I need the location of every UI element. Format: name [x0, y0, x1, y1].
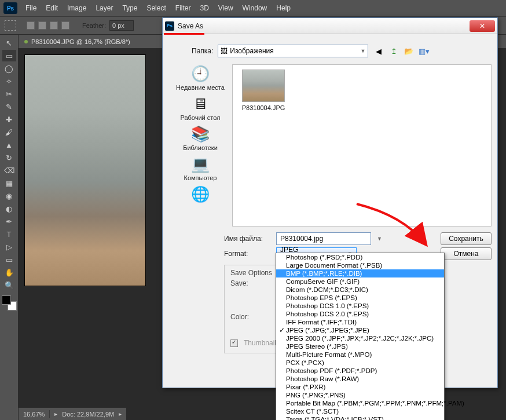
lasso-tool[interactable]: ◯: [2, 63, 16, 74]
path-selection-tool[interactable]: ▷: [2, 241, 16, 253]
format-option[interactable]: Photoshop DCS 1.0 (*.EPS): [276, 302, 444, 310]
place-libraries[interactable]: 📚 Библиотеки: [183, 125, 218, 151]
hand-tool[interactable]: ✋: [2, 266, 16, 278]
format-option[interactable]: Scitex CT (*.SCT): [276, 407, 444, 415]
eyedropper-tool[interactable]: ✎: [2, 101, 16, 112]
format-option[interactable]: Photoshop DCS 2.0 (*.EPS): [276, 310, 444, 318]
app-menubar: Ps File Edit Image Layer Type Select Fil…: [0, 0, 506, 16]
shape-tool[interactable]: ▭: [2, 254, 16, 265]
filename-label: Имя файла:: [224, 235, 270, 243]
place-recent[interactable]: 🕘 Недавние места: [176, 64, 225, 91]
foreground-color-icon[interactable]: [2, 295, 11, 305]
format-option[interactable]: IFF Format (*.IFF;*.TDI): [276, 318, 444, 326]
folder-label: Папка:: [192, 47, 213, 55]
eraser-tool[interactable]: ⌫: [2, 165, 16, 176]
menu-window[interactable]: Window: [238, 4, 272, 12]
place-label: Рабочий стол: [180, 114, 220, 121]
status-menu-icon[interactable]: ▸: [119, 411, 122, 417]
save-button[interactable]: Сохранить: [441, 232, 492, 245]
format-option[interactable]: Targa (*.TGA;*.VDA;*.ICB;*.VST): [276, 415, 444, 420]
save-sublabel: Save:: [230, 279, 283, 287]
dialog-titlebar[interactable]: Ps Save As: [163, 18, 497, 34]
place-computer[interactable]: 💻 Компьютер: [184, 155, 217, 181]
close-button[interactable]: [470, 20, 495, 32]
zoom-tool[interactable]: 🔍: [2, 279, 16, 291]
format-option[interactable]: BMP (*.BMP;*.RLE;*.DIB): [276, 269, 444, 277]
marquee-tool-icon[interactable]: [5, 20, 16, 31]
color-swatch[interactable]: [2, 295, 17, 311]
dialog-app-icon: Ps: [165, 21, 174, 31]
place-label: Библиотеки: [183, 144, 218, 151]
place-network[interactable]: 🌐: [190, 185, 211, 203]
type-tool[interactable]: T: [2, 228, 16, 240]
filename-input[interactable]: [276, 232, 371, 245]
history-brush-tool[interactable]: ↻: [2, 152, 16, 163]
view-menu-icon[interactable]: ▥▾: [418, 45, 430, 57]
menu-type[interactable]: Type: [118, 4, 142, 12]
format-option[interactable]: Photoshop (*.PSD;*.PDD): [276, 253, 444, 261]
status-caret-icon[interactable]: ▸: [54, 411, 57, 417]
crop-tool[interactable]: ✂: [2, 88, 16, 100]
format-option[interactable]: Photoshop Raw (*.RAW): [276, 375, 444, 383]
menu-help[interactable]: Help: [272, 4, 295, 12]
zoom-level[interactable]: 16,67%: [23, 411, 45, 418]
color-sublabel: Color:: [230, 313, 283, 321]
selection-mode-subtract[interactable]: [50, 21, 58, 30]
canvas[interactable]: [24, 54, 146, 286]
folder-select[interactable]: 🖼 Изображения ▼: [218, 45, 368, 57]
dodge-tool[interactable]: ◐: [2, 203, 16, 214]
folder-icon: 🖼: [221, 47, 228, 55]
move-tool[interactable]: ↖: [2, 37, 16, 49]
place-label: Недавние места: [176, 84, 225, 91]
format-option[interactable]: Multi-Picture Format (*.MPO): [276, 350, 444, 359]
menu-select[interactable]: Select: [142, 4, 170, 12]
chevron-down-icon[interactable]: ▼: [377, 236, 382, 242]
file-item[interactable]: P8310004.JPG: [237, 70, 289, 111]
format-option[interactable]: Portable Bit Map (*.PBM;*.PGM;*.PPM;*.PN…: [276, 399, 444, 407]
file-thumbnail: [242, 70, 285, 102]
place-desktop[interactable]: 🖥 Рабочий стол: [180, 94, 220, 121]
gradient-tool[interactable]: ▦: [2, 177, 16, 189]
blur-tool[interactable]: ◉: [2, 190, 16, 202]
brush-tool[interactable]: 🖌: [2, 126, 16, 138]
format-option[interactable]: JPEG 2000 (*.JPF;*.JPX;*.JP2;*.J2C;*.J2K…: [276, 334, 444, 342]
format-option[interactable]: Large Document Format (*.PSB): [276, 261, 444, 269]
desktop-icon: 🖥: [190, 94, 211, 113]
app-logo-icon: Ps: [3, 2, 17, 14]
format-option[interactable]: Photoshop PDF (*.PDF;*.PDP): [276, 367, 444, 375]
clone-stamp-tool[interactable]: ▲: [2, 139, 16, 151]
up-folder-icon[interactable]: ↥: [388, 45, 399, 57]
healing-brush-tool[interactable]: ✚: [2, 114, 16, 125]
places-bar: 🕘 Недавние места 🖥 Рабочий стол 📚 Библио…: [168, 64, 232, 227]
marquee-tool[interactable]: ▭: [2, 50, 16, 61]
menu-file[interactable]: File: [21, 4, 41, 12]
format-option[interactable]: PNG (*.PNG;*.PNS): [276, 391, 444, 399]
format-option[interactable]: PCX (*.PCX): [276, 359, 444, 367]
feather-input[interactable]: [109, 20, 134, 31]
format-option[interactable]: ✓JPEG (*.JPG;*.JPEG;*.JPE): [276, 326, 444, 334]
menu-image[interactable]: Image: [63, 4, 91, 12]
format-option[interactable]: Photoshop EPS (*.EPS): [276, 294, 444, 302]
menu-layer[interactable]: Layer: [91, 4, 118, 12]
format-option[interactable]: CompuServe GIF (*.GIF): [276, 277, 444, 286]
folder-value: Изображения: [230, 47, 273, 55]
format-label: Format:: [224, 250, 270, 258]
cancel-button[interactable]: Отмена: [441, 247, 492, 260]
status-bar: 16,67% ▸ Doc: 22,9M/22,9M ▸: [19, 407, 126, 420]
selection-mode-intersect[interactable]: [61, 21, 69, 30]
format-dropdown-list[interactable]: Photoshop (*.PSD;*.PDD)Large Document Fo…: [276, 253, 445, 420]
menu-view[interactable]: View: [214, 4, 238, 12]
pen-tool[interactable]: ✒: [2, 216, 16, 227]
magic-wand-tool[interactable]: ✧: [2, 75, 16, 87]
selection-mode-add[interactable]: [38, 21, 46, 30]
format-option[interactable]: Dicom (*.DCM;*.DC3;*.DIC): [276, 286, 444, 294]
selection-mode-new[interactable]: [27, 21, 35, 30]
new-folder-icon[interactable]: 📂: [403, 45, 415, 57]
format-option[interactable]: JPEG Stereo (*.JPS): [276, 342, 444, 350]
menu-3d[interactable]: 3D: [195, 4, 213, 12]
file-pane[interactable]: P8310004.JPG: [232, 64, 492, 227]
menu-filter[interactable]: Filter: [171, 4, 196, 12]
format-option[interactable]: Pixar (*.PXR): [276, 383, 444, 391]
back-icon[interactable]: ◀: [373, 45, 384, 57]
menu-edit[interactable]: Edit: [41, 4, 63, 12]
